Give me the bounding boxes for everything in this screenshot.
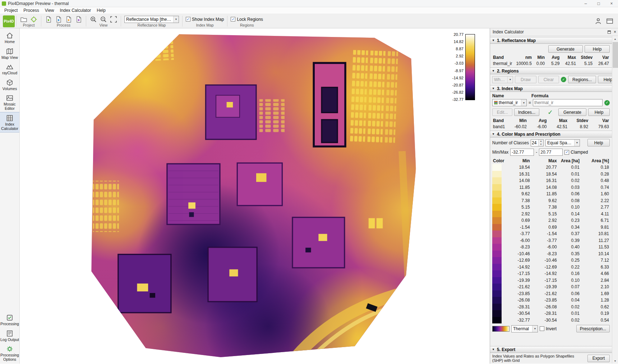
- color-class-row[interactable]: -3.77-1.540.3710.81: [492, 230, 610, 237]
- formula-ok-icon: ✓: [604, 100, 610, 106]
- sidebar-item-map-view[interactable]: Map View: [0, 46, 19, 61]
- number-of-classes-stepper[interactable]: ▲ ▼: [531, 139, 544, 146]
- section-header-regions[interactable]: ▼ 2. Regions: [490, 67, 612, 74]
- sidebar-item-index-calculator[interactable]: Index Calculator: [0, 112, 19, 132]
- sidebar-item-mosaic-editor[interactable]: Mosaic Editor: [0, 92, 19, 112]
- menu-item-help[interactable]: Help: [94, 8, 109, 13]
- color-class-row[interactable]: -32.77-30.540.020.54: [492, 317, 610, 324]
- regions-button[interactable]: Regions...: [568, 76, 596, 83]
- color-class-row[interactable]: 14.0816.310.020.48: [492, 177, 610, 184]
- color-class-row[interactable]: 9.6211.850.061.60: [492, 191, 610, 197]
- section-header-reflectance-map[interactable]: ▼ 1. Reflectance Map: [490, 37, 612, 44]
- invert-checkbox[interactable]: Invert: [540, 326, 557, 331]
- minimize-button[interactable]: –: [579, 0, 592, 7]
- crosshair-icon[interactable]: [30, 15, 38, 23]
- colormap-select[interactable]: Thermal ▼: [511, 325, 538, 332]
- indices-button[interactable]: Indices...: [514, 108, 539, 116]
- sidebar-item-home[interactable]: Home: [0, 30, 19, 46]
- folder-icon[interactable]: [20, 15, 28, 23]
- color-class-row[interactable]: -12.69-10.460.257.12: [492, 257, 610, 264]
- color-class-row[interactable]: 2.925.150.144.11: [492, 211, 610, 218]
- zoom-in-icon[interactable]: [89, 15, 97, 23]
- help-colormap-button[interactable]: Help: [587, 139, 610, 146]
- color-class-row[interactable]: -30.54-28.310.010.19: [492, 310, 610, 317]
- section-header-index-map[interactable]: ▼ 3. Index Map: [490, 85, 612, 92]
- sidebar-item-processing[interactable]: Processing: [0, 312, 19, 328]
- color-class-row[interactable]: 18.5420.770.010.18: [492, 164, 610, 171]
- color-class-row[interactable]: -23.85-21.620.061.69: [492, 290, 610, 297]
- generate-index-button[interactable]: Generate: [558, 108, 586, 116]
- user-support-icon[interactable]: [594, 17, 602, 25]
- reflectance-map-select[interactable]: Reflectance Map [thermal_ir] ▼: [124, 16, 179, 23]
- collapse-triangle-icon: ▼: [492, 348, 495, 351]
- color-class-row[interactable]: -19.39-17.150.102.84: [492, 277, 610, 284]
- sidebar-item-raycloud[interactable]: rayCloud: [0, 61, 19, 77]
- color-class-row[interactable]: 16.3118.540.010.28: [492, 171, 610, 178]
- scroll-down-icon[interactable]: ▼: [612, 358, 618, 364]
- scrollbar-thumb[interactable]: [613, 42, 618, 68]
- document-icon-4[interactable]: [75, 15, 83, 23]
- menu-item-view[interactable]: View: [42, 8, 57, 13]
- number-of-classes-input[interactable]: [531, 140, 538, 146]
- min-input[interactable]: [510, 149, 534, 156]
- color-class-row[interactable]: -10.46-8.230.3510.14: [492, 251, 610, 257]
- close-button[interactable]: ×: [605, 0, 618, 7]
- sidebar-item-log-output[interactable]: Log Output: [0, 328, 19, 344]
- color-class-row[interactable]: -8.23-6.000.4011.53: [492, 244, 610, 251]
- spinner-up-icon[interactable]: ▲: [539, 140, 543, 143]
- close-panel-icon[interactable]: ×: [614, 30, 616, 34]
- spacing-select[interactable]: Equal Spacing ▼: [545, 139, 580, 146]
- document-icon-2[interactable]: [55, 15, 63, 23]
- menu-item-process[interactable]: Process: [20, 8, 42, 13]
- index-name-select[interactable]: thermal_ir ▼: [492, 99, 527, 106]
- spinner-down-icon[interactable]: ▼: [539, 143, 543, 146]
- zoom-out-icon[interactable]: [100, 15, 107, 23]
- document-icon-1[interactable]: [45, 15, 52, 23]
- scroll-up-icon[interactable]: ▲: [612, 36, 618, 42]
- maximize-button[interactable]: □: [592, 0, 605, 7]
- band-row[interactable]: band1 -60.02 -6.00 42.51 8.92 79.63: [492, 124, 610, 130]
- color-class-row[interactable]: -21.62-19.390.072.10: [492, 284, 610, 290]
- map-view-canvas[interactable]: 20.7714.828.872.92-3.03-8.97-14.92-20.87…: [20, 28, 490, 364]
- color-class-row[interactable]: -26.08-23.850.041.28: [492, 297, 610, 304]
- formula-input[interactable]: [533, 99, 603, 106]
- screen-layout-icon[interactable]: [606, 17, 614, 25]
- panel-scrollbar[interactable]: ▲ ▼: [612, 36, 618, 364]
- col-header: Avg: [527, 117, 548, 124]
- section-header-color-maps[interactable]: ▼ 4. Color Maps and Prescription: [490, 131, 612, 137]
- color-class-row[interactable]: -6.00-3.770.3911.27: [492, 237, 610, 244]
- number-of-classes-label: Number of Classes: [492, 140, 529, 145]
- menu-item-index-calculator[interactable]: Index Calculator: [57, 8, 94, 13]
- section-header-export[interactable]: ▼ 5. Export: [490, 346, 612, 353]
- menu-item-project[interactable]: Project: [1, 8, 20, 13]
- document-icon-3[interactable]: [65, 15, 73, 23]
- class-area-ha: 0.01: [558, 164, 580, 171]
- max-input[interactable]: [539, 149, 563, 156]
- class-min: -21.62: [505, 284, 530, 290]
- prescription-button[interactable]: Prescription...: [576, 325, 610, 332]
- color-class-row[interactable]: -28.31-26.080.020.62: [492, 304, 610, 311]
- clamped-checkbox[interactable]: ✓ Clamped: [564, 150, 588, 155]
- col-header: Max: [560, 54, 577, 61]
- color-class-row[interactable]: -1.540.690.349.81: [492, 224, 610, 231]
- export-button[interactable]: Export: [587, 355, 610, 362]
- class-max: -1.54: [531, 230, 558, 237]
- toolbar-group-label: Process: [57, 23, 70, 27]
- band-row[interactable]: thermal_ir 10000.5 0.00 5.29 42.51 5.15 …: [492, 61, 610, 66]
- help-index-button[interactable]: Help: [588, 108, 610, 116]
- color-class-row[interactable]: 11.8514.080.030.74: [492, 184, 610, 191]
- help-reflectance-button[interactable]: Help: [585, 45, 610, 53]
- float-panel-icon[interactable]: [608, 31, 611, 34]
- sidebar-item-processing-options[interactable]: Processing Options: [0, 343, 19, 363]
- fit-extent-icon[interactable]: [110, 15, 117, 23]
- show-index-map-checkbox[interactable]: ✓ Show Index Map: [186, 17, 224, 22]
- color-class-row[interactable]: -14.92-12.690.226.33: [492, 264, 610, 271]
- generate-reflectance-button[interactable]: Generate: [548, 45, 583, 53]
- color-class-row[interactable]: 0.692.920.236.71: [492, 217, 610, 224]
- band-min: -60.02: [508, 124, 527, 130]
- sidebar-item-volumes[interactable]: Volumes: [0, 77, 19, 93]
- color-class-row[interactable]: -17.15-14.920.164.66: [492, 270, 610, 277]
- color-class-row[interactable]: 7.389.620.082.22: [492, 197, 610, 204]
- lock-regions-checkbox[interactable]: ✓ Lock Regions: [231, 17, 263, 22]
- color-class-row[interactable]: 5.157.380.102.77: [492, 204, 610, 211]
